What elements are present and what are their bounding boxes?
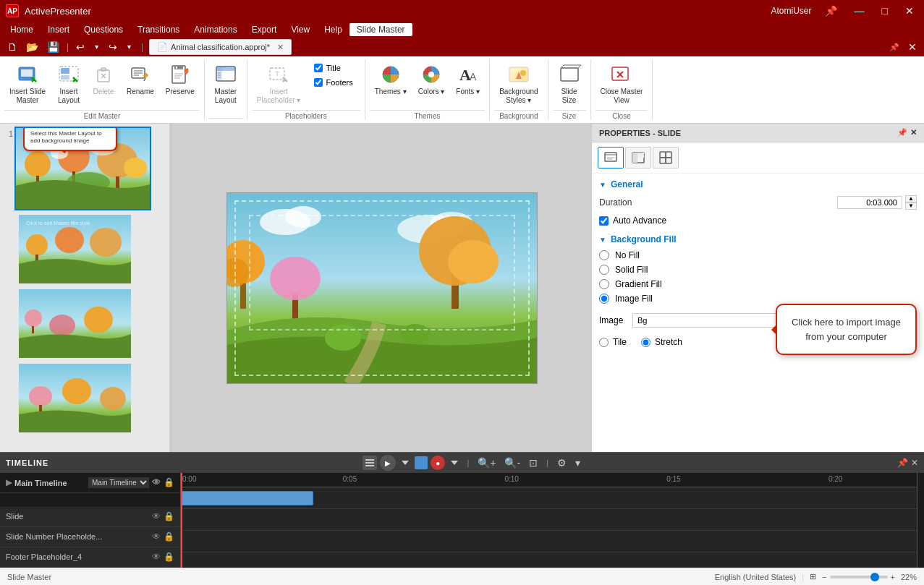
timeline-mini-button[interactable] (363, 456, 377, 470)
duration-input[interactable] (837, 196, 902, 209)
footers-checkbox[interactable] (314, 78, 323, 87)
slide-visibility-icon[interactable]: 👁 (152, 511, 161, 521)
lock-icon[interactable]: 🔒 (164, 477, 174, 488)
zoom-thumb[interactable] (870, 573, 879, 581)
fonts-button[interactable]: A A Fonts ▾ (451, 59, 485, 100)
menu-view[interactable]: View (284, 23, 317, 36)
slide-lock-icon[interactable]: 🔒 (164, 511, 174, 521)
insert-slide-master-button[interactable]: Insert SlideMaster (4, 59, 51, 108)
timeline-options-button[interactable]: ▾ (572, 456, 583, 470)
timeline-scrollbar[interactable] (917, 473, 924, 568)
auto-advance-row[interactable]: Auto Advance (599, 213, 917, 229)
timeline-close-button[interactable]: ✕ (911, 458, 918, 468)
redo-button[interactable]: ↪ (106, 40, 120, 54)
slide-number-visibility-icon[interactable]: 👁 (152, 531, 161, 542)
undo-button[interactable]: ↩ (73, 40, 88, 54)
slide-thumb-3[interactable] (3, 288, 166, 359)
document-tab[interactable]: 📄 Animal classification.approj* ✕ (149, 39, 292, 55)
gradient-fill-radio[interactable] (599, 279, 609, 289)
play-button[interactable]: ▶ (380, 455, 396, 471)
slide-thumb-4-wrap[interactable] (17, 362, 132, 434)
play-options-button[interactable] (399, 456, 412, 469)
visibility-icon[interactable]: 👁 (152, 477, 161, 488)
zoom-in-status-button[interactable]: + (891, 573, 895, 581)
themes-button[interactable]: Themes ▾ (370, 59, 412, 100)
slide-size-button[interactable]: SlideSize (553, 59, 586, 108)
zoom-track[interactable] (830, 576, 888, 578)
record-button[interactable]: ● (431, 456, 445, 470)
preserve-button[interactable]: Preserve (161, 59, 200, 100)
duration-up-button[interactable]: ▲ (905, 195, 917, 202)
menu-transitions[interactable]: Transitions (130, 23, 187, 36)
footer-visibility-icon[interactable]: 👁 (152, 552, 161, 562)
solid-fill-radio[interactable] (599, 265, 609, 275)
save-file-button[interactable]: 💾 (44, 40, 62, 54)
menu-slide-master[interactable]: Slide Master (349, 23, 412, 36)
minimize-button[interactable]: — (850, 4, 869, 18)
zoom-out-status-button[interactable]: − (822, 573, 826, 581)
close-app-button[interactable]: ✕ (901, 4, 918, 18)
master-layout-button[interactable]: MasterLayout (209, 59, 242, 108)
solid-fill-row[interactable]: Solid Fill (599, 265, 917, 275)
duration-down-button[interactable]: ▼ (905, 202, 917, 210)
timeline-pin-button[interactable]: 📌 (897, 458, 908, 468)
zoom-out-button[interactable]: 🔍- (501, 456, 523, 470)
redo-dropdown-button[interactable]: ▼ (123, 42, 135, 52)
pin-button[interactable]: 📌 (821, 4, 842, 18)
slide-number-lock-icon[interactable]: 🔒 (164, 531, 174, 542)
record-options-button[interactable] (448, 456, 461, 469)
menu-questions[interactable]: Questions (77, 23, 130, 36)
slide-thumb-2[interactable]: Click to edit Master title style (3, 213, 166, 285)
image-fill-row[interactable]: Image Fill (599, 294, 917, 304)
auto-advance-checkbox[interactable] (599, 216, 609, 226)
insert-layout-button[interactable]: InsertLayout (52, 59, 85, 108)
prop-tab-layout[interactable] (625, 147, 651, 168)
general-section-header[interactable]: ▼ General (599, 174, 917, 192)
slide-thumb-1[interactable]: 1 (3, 127, 166, 210)
stop-button[interactable] (415, 456, 428, 469)
slide-thumb-2-wrap[interactable]: Click to edit Master title style (17, 213, 132, 285)
close-master-view-button[interactable]: Close MasterView (595, 59, 648, 108)
prop-tab-slide[interactable] (598, 147, 624, 168)
menu-insert[interactable]: Insert (41, 23, 77, 36)
slide-thumb-selected[interactable]: Select this Master Layout to add backgro… (14, 127, 151, 210)
menu-export[interactable]: Export (245, 23, 284, 36)
prop-close-button[interactable]: ✕ (910, 128, 917, 137)
prop-tab-transform[interactable] (653, 147, 679, 168)
zoom-fit-button[interactable]: ⊡ (526, 456, 541, 470)
main-timeline-expand[interactable]: ▶ (6, 478, 12, 487)
timeline-settings-button[interactable]: ⚙ (554, 456, 569, 470)
main-timeline-dropdown[interactable]: Main Timeline (88, 477, 149, 488)
layout-icon[interactable]: ⊞ (810, 572, 816, 581)
footers-checkbox-row[interactable]: Footers (311, 77, 355, 88)
stretch-radio[interactable] (641, 338, 650, 347)
no-fill-row[interactable]: No Fill (599, 250, 917, 260)
gradient-fill-row[interactable]: Gradient Fill (599, 279, 917, 289)
tile-radio[interactable] (599, 338, 609, 347)
rename-button[interactable]: Rename (122, 59, 159, 100)
footer-lock-icon[interactable]: 🔒 (164, 552, 174, 562)
playhead[interactable] (181, 473, 182, 568)
open-file-button[interactable]: 📂 (23, 40, 41, 54)
menu-home[interactable]: Home (3, 23, 41, 36)
zoom-slider[interactable]: − + (822, 573, 895, 581)
tile-option[interactable]: Tile (599, 337, 627, 347)
background-fill-section-header[interactable]: ▼ Background Fill (599, 229, 917, 247)
no-fill-radio[interactable] (599, 250, 609, 260)
slide-block[interactable] (181, 491, 313, 505)
close-doc-button[interactable]: ✕ (277, 43, 284, 52)
menu-animations[interactable]: Animations (187, 23, 244, 36)
title-checkbox-row[interactable]: Title (311, 62, 355, 74)
slide-thumb-3-wrap[interactable] (17, 288, 132, 359)
close-panel-button[interactable]: ✕ (905, 40, 920, 54)
colors-button[interactable]: Colors ▾ (413, 59, 450, 100)
new-file-button[interactable]: 🗋 (4, 40, 20, 54)
undo-dropdown-button[interactable]: ▼ (90, 42, 103, 52)
slide-thumb-4[interactable] (3, 362, 166, 434)
title-checkbox[interactable] (314, 64, 323, 72)
menu-help[interactable]: Help (317, 23, 349, 36)
pin-panel-button[interactable]: 📌 (886, 41, 902, 54)
prop-pin-button[interactable]: 📌 (897, 128, 907, 137)
zoom-in-button[interactable]: 🔍+ (475, 456, 499, 470)
background-styles-button[interactable]: BackgroundStyles ▾ (494, 59, 543, 108)
